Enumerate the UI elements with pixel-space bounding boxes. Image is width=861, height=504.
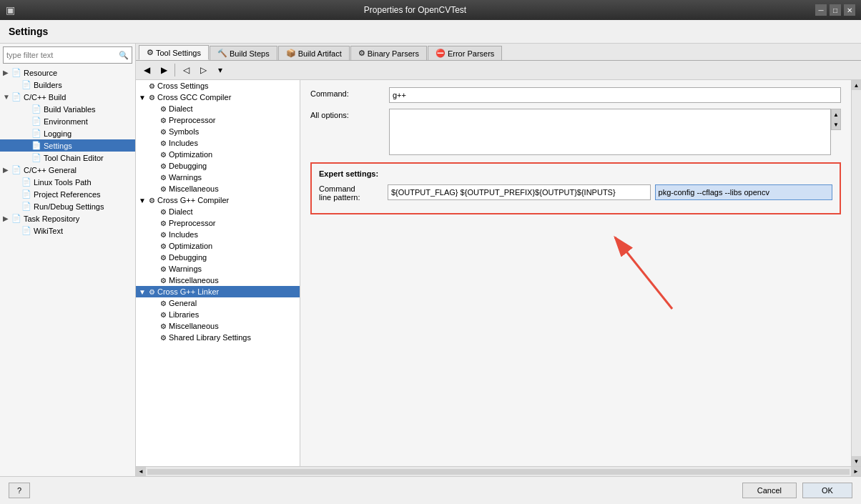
tree-label-gpp-debugging: Debugging xyxy=(169,253,207,262)
tab-build-steps[interactable]: 🔨 Build Steps xyxy=(210,46,277,60)
tree-item-gpp-preprocessor[interactable]: ⚙Preprocessor xyxy=(136,217,300,229)
tree-icon-gpp-dialect: ⚙ xyxy=(160,208,167,216)
right-scroll-up-button[interactable]: ▲ xyxy=(852,80,861,90)
tree-item-gcc-optimization[interactable]: ⚙Optimization xyxy=(136,149,300,160)
tree-item-linker-general[interactable]: ⚙General xyxy=(136,297,300,309)
tree-item-gcc-preprocessor[interactable]: ⚙Preprocessor xyxy=(136,114,300,126)
sidebar-label-logging: Logging xyxy=(44,129,72,138)
ok-button[interactable]: OK xyxy=(802,483,852,498)
forward-button[interactable]: ▶ xyxy=(156,62,172,78)
sidebar-icon-wikitext: 📄 xyxy=(21,226,31,235)
all-options-wrapper: ▲ ▼ xyxy=(389,109,841,155)
sidebar-icon-builders: 📄 xyxy=(21,80,31,89)
tree-item-gcc-warnings[interactable]: ⚙Warnings xyxy=(136,172,300,183)
sidebar-item-settings[interactable]: 📄Settings xyxy=(0,139,135,152)
sidebar-arrow-resource: ▶ xyxy=(3,69,11,76)
sidebar-item-c-cpp-general[interactable]: ▶📄C/C++ General xyxy=(0,164,135,176)
sidebar: 🔍 ▶📄Resource📄Builders▼📄C/C++ Build📄Build… xyxy=(0,44,136,476)
sidebar-item-tool-chain-editor[interactable]: 📄Tool Chain Editor xyxy=(0,152,135,164)
tree-item-linker-libraries[interactable]: ⚙Libraries xyxy=(136,309,300,320)
tree-item-cross-gcc-compiler[interactable]: ▼⚙Cross GCC Compiler xyxy=(136,92,300,103)
sidebar-item-linux-tools-path[interactable]: 📄Linux Tools Path xyxy=(0,176,135,188)
tree-item-gcc-symbols[interactable]: ⚙Symbols xyxy=(136,126,300,137)
sidebar-item-run-debug-settings[interactable]: 📄Run/Debug Settings xyxy=(0,200,135,212)
sidebar-label-project-references: Project References xyxy=(34,190,101,199)
sidebar-item-project-references[interactable]: 📄Project References xyxy=(0,188,135,200)
tab-tool-settings[interactable]: ⚙ Tool Settings xyxy=(139,45,209,60)
tree-item-gcc-includes[interactable]: ⚙Includes xyxy=(136,137,300,149)
tree-item-cross-gpp-compiler[interactable]: ▼⚙Cross G++ Compiler xyxy=(136,194,300,206)
sidebar-item-task-repository[interactable]: ▶📄Task Repository xyxy=(0,212,135,224)
right-scrollbar[interactable]: ▲ ▼ xyxy=(851,80,861,466)
tree-item-gpp-miscellaneous[interactable]: ⚙Miscellaneous xyxy=(136,275,300,286)
tab-build-artifact[interactable]: 📦 Build Artifact xyxy=(278,46,350,60)
command-input[interactable] xyxy=(389,87,841,103)
sidebar-icon-logging: 📄 xyxy=(31,129,41,138)
tree-arrow-cross-gpp-compiler: ▼ xyxy=(139,197,149,204)
window-controls: ─ □ ✕ xyxy=(815,4,855,16)
cmd-line-pattern-input2[interactable] xyxy=(655,184,832,200)
sidebar-icon-environment: 📄 xyxy=(31,117,41,126)
tree-label-gpp-includes: Includes xyxy=(169,230,198,239)
tab-build-artifact-label: Build Artifact xyxy=(298,49,342,58)
sidebar-item-c-cpp-build[interactable]: ▼📄C/C++ Build xyxy=(0,91,135,103)
tree-item-cross-gpp-linker[interactable]: ▼⚙Cross G++ Linker xyxy=(136,286,300,297)
svg-line-1 xyxy=(615,237,672,309)
tree-label-cross-gcc-compiler: Cross GCC Compiler xyxy=(157,93,231,102)
tab-error-parsers[interactable]: ⛔ Error Parsers xyxy=(428,46,502,60)
maximize-button[interactable]: □ xyxy=(830,4,841,16)
sidebar-item-builders[interactable]: 📄Builders xyxy=(0,79,135,91)
tree-item-linker-miscellaneous[interactable]: ⚙Miscellaneous xyxy=(136,320,300,332)
sidebar-item-resource[interactable]: ▶📄Resource xyxy=(0,66,135,79)
tree-item-gpp-includes[interactable]: ⚙Includes xyxy=(136,229,300,240)
sidebar-item-build-variables[interactable]: 📄Build Variables xyxy=(0,103,135,115)
expert-settings-title: Expert settings: xyxy=(319,169,832,178)
tree-icon-gpp-includes: ⚙ xyxy=(160,231,167,239)
close-button[interactable]: ✕ xyxy=(844,4,855,16)
menu-button[interactable]: ▾ xyxy=(212,62,228,78)
tree-item-gpp-optimization[interactable]: ⚙Optimization xyxy=(136,240,300,252)
scroll-right-button[interactable]: ► xyxy=(851,467,861,477)
tree-item-gcc-debugging[interactable]: ⚙Debugging xyxy=(136,160,300,172)
tree-icon-gcc-miscellaneous: ⚙ xyxy=(160,185,167,193)
filter-box[interactable]: 🔍 xyxy=(3,46,132,64)
tree-item-gpp-debugging[interactable]: ⚙Debugging xyxy=(136,252,300,263)
sidebar-item-wikitext[interactable]: 📄WikiText xyxy=(0,224,135,237)
cmd-line-pattern-input1[interactable] xyxy=(388,184,651,200)
tree-item-gcc-miscellaneous[interactable]: ⚙Miscellaneous xyxy=(136,183,300,194)
filter-input[interactable] xyxy=(4,49,116,61)
scroll-left-button[interactable]: ◄ xyxy=(136,467,146,477)
all-options-scrollbar[interactable]: ▲ ▼ xyxy=(831,109,841,130)
tree-item-gpp-dialect[interactable]: ⚙Dialect xyxy=(136,206,300,217)
minimize-button[interactable]: ─ xyxy=(815,4,827,16)
back-button[interactable]: ◀ xyxy=(139,62,154,78)
tab-binary-parsers[interactable]: ⚙ Binary Parsers xyxy=(350,46,427,60)
all-options-textarea[interactable] xyxy=(389,109,831,155)
command-label: Command: xyxy=(310,87,389,98)
tree-item-linker-shared[interactable]: ⚙Shared Library Settings xyxy=(136,332,300,343)
tree-label-gpp-optimization: Optimization xyxy=(169,242,212,250)
sidebar-item-environment[interactable]: 📄Environment xyxy=(0,115,135,127)
tree-icon-cross-gpp-compiler: ⚙ xyxy=(149,197,155,204)
tab-build-steps-label: Build Steps xyxy=(230,49,270,58)
settings-panel: Command: All options: ▲ ▼ xyxy=(300,80,851,466)
tree-item-gcc-dialect[interactable]: ⚙Dialect xyxy=(136,103,300,114)
next-button[interactable]: ▷ xyxy=(195,62,211,78)
scroll-up-button[interactable]: ▲ xyxy=(832,109,840,119)
tab-build-artifact-icon: 📦 xyxy=(286,49,296,58)
tree-icon-gpp-optimization: ⚙ xyxy=(160,242,167,250)
sidebar-item-logging[interactable]: 📄Logging xyxy=(0,127,135,139)
right-scroll-down-button[interactable]: ▼ xyxy=(852,456,861,466)
tree-label-linker-miscellaneous: Miscellaneous xyxy=(169,322,219,330)
tree-label-cross-gpp-linker: Cross G++ Linker xyxy=(157,287,219,296)
cancel-button[interactable]: Cancel xyxy=(742,483,797,498)
tree-label-gpp-warnings: Warnings xyxy=(169,265,202,273)
tab-build-steps-icon: 🔨 xyxy=(217,49,227,58)
scroll-down-button[interactable]: ▼ xyxy=(832,119,840,129)
help-button[interactable]: ? xyxy=(9,483,30,498)
tree-item-cross-settings[interactable]: ⚙Cross Settings xyxy=(136,80,300,92)
prev-button[interactable]: ◁ xyxy=(178,62,194,78)
bottom-scrollbar[interactable]: ◄ ► xyxy=(136,466,861,476)
tree-item-gpp-warnings[interactable]: ⚙Warnings xyxy=(136,263,300,275)
tree-label-gcc-miscellaneous: Miscellaneous xyxy=(169,184,219,193)
